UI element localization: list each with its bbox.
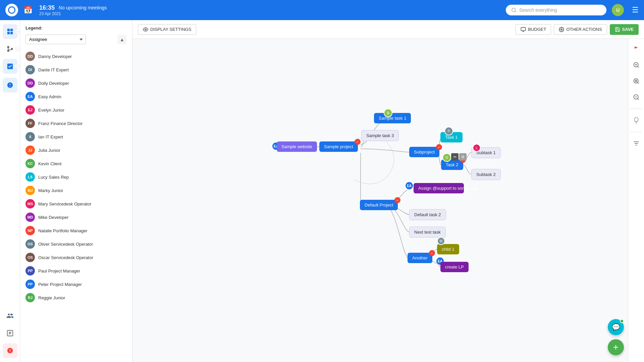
top-navigation: 📅 16:35 No upcoming meetings 23 Apr 2021… — [0, 0, 644, 20]
sidebar-item-alert[interactable] — [3, 343, 17, 358]
legend-person-name: Lucy Sales Rep — [38, 175, 69, 180]
user-avatar[interactable]: U — [612, 4, 624, 16]
legend-filter-select[interactable]: Assignee Status Priority Project — [25, 35, 86, 44]
zoom-in-btn[interactable] — [630, 59, 642, 71]
legend-avatar: MJ — [25, 186, 35, 195]
legend-item[interactable]: LSLucy Sales Rep — [20, 170, 132, 184]
sidebar-item-grid[interactable]: › — [3, 24, 17, 39]
gear-icon — [559, 27, 564, 32]
hamburger-menu[interactable]: ☰ — [632, 6, 639, 14]
node-label: child 1 — [442, 247, 454, 252]
node-another[interactable]: Another − — [408, 253, 432, 263]
node-label: Subproject — [414, 149, 435, 155]
content-area: DISPLAY SETTINGS BUDGET OTHER ACTIONS — [132, 20, 644, 362]
sidebar-item-tree[interactable]: › — [3, 42, 17, 56]
display-settings-btn[interactable]: DISPLAY SETTINGS — [138, 24, 196, 35]
legend-item[interactable]: FFFranz Finance Director — [20, 117, 132, 130]
zoom-user-btn[interactable] — [630, 75, 642, 87]
sidebar-chevron-3: › — [15, 64, 19, 69]
task2-person-avatar: D — [442, 153, 451, 162]
svg-rect-2 — [7, 29, 9, 31]
legend-item[interactable]: PPPeter Project Manager — [20, 278, 132, 291]
svg-rect-5 — [10, 32, 12, 34]
node-subproject[interactable]: Subproject − — [409, 147, 439, 157]
node-child-1[interactable]: child 1 — [437, 244, 459, 254]
node-subtask-2[interactable]: Subtask 2 — [471, 169, 501, 180]
legend-person-name: Oscar Servicedesk Operator — [38, 255, 93, 260]
node-default-project[interactable]: Default Project − — [360, 200, 398, 210]
legend-item[interactable]: PPPaul Project Manager — [20, 264, 132, 278]
legend-item[interactable]: EJEvelyn Junior — [20, 103, 132, 117]
sidebar-item-check[interactable]: › — [3, 59, 17, 74]
list-filter-btn[interactable] — [630, 137, 642, 149]
search-box[interactable]: Search everything — [506, 5, 606, 15]
legend-avatar: OS — [25, 253, 35, 262]
svg-point-30 — [634, 79, 638, 83]
chat-fab[interactable]: 💬 — [608, 319, 624, 335]
node-sample-task-1[interactable]: Sample task 1 — [374, 113, 411, 123]
legend-avatar: FF — [25, 119, 35, 128]
node-label: Another — [412, 255, 428, 260]
legend-person-name: Kevin Client — [38, 161, 61, 166]
svg-rect-4 — [7, 32, 9, 34]
subproject-minus-badge: − — [436, 144, 442, 150]
svg-point-25 — [561, 29, 562, 30]
legend-avatar: JJ — [25, 145, 35, 155]
budget-btn[interactable]: BUDGET — [516, 24, 551, 35]
calendar-icon[interactable]: 📅 — [23, 6, 33, 14]
node-minus-badge: − — [355, 139, 361, 145]
task2-settings-btn[interactable]: ⚙ — [459, 153, 467, 161]
task2-edit-btn[interactable]: ✏ — [451, 153, 459, 161]
sidebar-item-info[interactable] — [3, 78, 17, 93]
legend-item[interactable]: DDDanny Developer — [20, 50, 132, 63]
zoom-out-btn[interactable] — [630, 91, 642, 103]
sidebar-bottom — [3, 308, 17, 358]
node-sample-task-3[interactable]: Sample task 3 — [361, 130, 399, 141]
legend-person-name: Oliver Servicedesk Operator — [38, 242, 93, 247]
sidebar-item-export[interactable] — [3, 326, 17, 341]
legend-person-name: Mike Developer — [38, 215, 68, 220]
save-btn[interactable]: SAVE — [610, 24, 639, 35]
svg-point-21 — [145, 29, 146, 30]
legend-avatar: KC — [25, 159, 35, 168]
legend-collapse-btn[interactable]: ▲ — [117, 35, 127, 44]
legend-item[interactable]: EAEasy Admin — [20, 90, 132, 103]
meeting-status: No upcoming meetings — [59, 5, 107, 10]
flag-btn[interactable] — [630, 43, 642, 55]
node-label: create LP — [445, 264, 464, 269]
bulb-btn[interactable] — [630, 114, 642, 126]
legend-item[interactable]: RJReggie Junior — [20, 291, 132, 304]
node-assign-support[interactable]: Assign @support to somebody — [414, 183, 464, 193]
sidebar-item-add-user[interactable] — [3, 308, 17, 323]
legend-item[interactable]: OSOliver Servicedesk Operator — [20, 237, 132, 251]
legend-item[interactable]: DIDante IT Expert — [20, 63, 132, 76]
node-label: Sample website — [281, 144, 312, 149]
node-next-test-task[interactable]: Next test task — [409, 227, 446, 238]
legend-avatar: OS — [25, 239, 35, 249]
add-fab[interactable]: + — [608, 339, 624, 355]
other-actions-btn[interactable]: OTHER ACTIONS — [554, 24, 607, 35]
node-label: Subtask 1 — [476, 150, 496, 155]
search-icon — [511, 7, 517, 13]
node-label: Subtask 2 — [476, 172, 496, 177]
node-create-lp[interactable]: create LP — [440, 262, 469, 272]
legend-panel: Legend: Assignee Status Priority Project… — [20, 20, 132, 362]
divider — [630, 109, 643, 109]
legend-item[interactable]: MJMarky Junior — [20, 184, 132, 197]
legend-item[interactable]: MSMary Servicedesk Operator — [20, 197, 132, 210]
task1-avatar: U — [384, 109, 392, 117]
legend-item[interactable]: NPNatalie Portfolio Manager — [20, 224, 132, 237]
app-logo[interactable] — [5, 4, 18, 16]
legend-item[interactable]: KCKevin Client — [20, 157, 132, 170]
legend-item[interactable]: JJJulia Junior — [20, 143, 132, 157]
tree-icon — [6, 45, 14, 53]
legend-item[interactable]: MDMike Developer — [20, 210, 132, 224]
budget-icon — [521, 27, 526, 32]
node-sample-project[interactable]: Sample project − — [319, 141, 358, 152]
legend-item[interactable]: OSOscar Servicedesk Operator — [20, 251, 132, 264]
legend-avatar: MD — [25, 213, 35, 222]
node-default-task-2[interactable]: Default task 2 — [409, 209, 446, 220]
legend-item[interactable]: DDDolly Developer — [20, 76, 132, 90]
legend-item[interactable]: IIIan IT Expert — [20, 130, 132, 143]
node-sample-website[interactable]: Sample website — [277, 141, 317, 152]
